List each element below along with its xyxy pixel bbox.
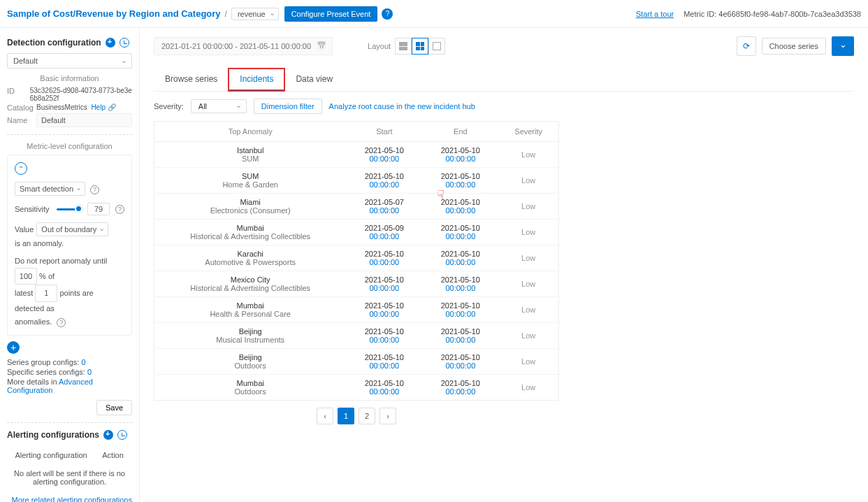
anomaly-cell: MumbaiHistorical & Advertising Collectib… <box>154 220 347 245</box>
table-row[interactable]: MumbaiHealth & Personal Care2021-05-1000… <box>154 297 559 323</box>
anomaly-threshold-text: Do not report anomaly until 100 % of lat… <box>15 254 124 328</box>
start-cell: 2021-05-1000:00:00 <box>346 349 422 375</box>
add-detection-config-icon[interactable] <box>106 38 115 48</box>
page-prev-button[interactable]: ‹ <box>317 408 333 424</box>
alert-col-config: Alerting configuration <box>8 447 94 464</box>
no-alert-message: No alert will be sent if there is no ale… <box>8 465 131 490</box>
detection-config-heading: Detection configuration <box>7 38 132 48</box>
table-row[interactable]: BeijingMusical Instruments2021-05-1000:0… <box>154 323 559 349</box>
table-row[interactable]: BeijingOutdoors2021-05-1000:00:002021-05… <box>154 349 559 375</box>
incidents-table: Top Anomaly Start End Severity IstanbulS… <box>154 121 559 401</box>
history-icon[interactable] <box>120 38 129 48</box>
table-row[interactable]: IstanbulSUM2021-05-1000:00:002021-05-100… <box>154 142 559 168</box>
severity-cell: Low <box>498 375 558 401</box>
series-options-button[interactable] <box>832 36 854 56</box>
severity-dropdown[interactable]: All <box>191 99 247 113</box>
configure-preset-button[interactable]: Configure Preset Event <box>284 6 378 22</box>
start-cell: 2021-05-1000:00:00 <box>346 142 422 168</box>
anomaly-cell: MumbaiOutdoors <box>154 375 347 401</box>
table-row[interactable]: MumbaiHistorical & Advertising Collectib… <box>154 220 559 245</box>
start-cell: 2021-05-1000:00:00 <box>346 245 422 271</box>
id-value: 53c32625-d908-4073-8773-be3e6b8a252f <box>30 87 132 102</box>
start-cell: 2021-05-1000:00:00 <box>346 271 422 297</box>
daterange-picker[interactable]: 2021-01-21 00:00:00 - 2021-05-11 00:00:0… <box>154 37 333 55</box>
value-mode-dropdown[interactable]: Out of boundary <box>36 222 108 236</box>
pagination: ‹ 1 2 › <box>154 408 559 424</box>
end-cell: 2021-05-1000:00:00 <box>422 271 498 297</box>
anomaly-cell: BeijingMusical Instruments <box>154 323 347 349</box>
table-row[interactable]: MumbaiOutdoors2021-05-1000:00:002021-05-… <box>154 375 559 401</box>
detection-mode-dropdown[interactable]: Smart detection <box>15 182 85 196</box>
metric-level-panel: ⌃ Smart detection ? Sensitivity 79 ? Val… <box>7 155 132 336</box>
metric-level-heading: Metric-level configuration <box>7 142 132 150</box>
page-2-button[interactable]: 2 <box>359 408 375 424</box>
sensitivity-value[interactable]: 79 <box>87 203 110 215</box>
specific-series-count[interactable]: 0 <box>87 368 92 376</box>
choose-series-button[interactable]: Choose series <box>762 38 826 55</box>
breadcrumb-sep: / <box>225 9 227 19</box>
save-button[interactable]: Save <box>96 400 132 415</box>
end-cell: 2021-05-1000:00:00 <box>422 323 498 349</box>
help-icon[interactable]: ? <box>57 318 66 327</box>
start-cell: 2021-05-0900:00:00 <box>346 220 422 245</box>
more-alerting-link[interactable]: More related alerting configurations <box>12 496 132 502</box>
measure-dropdown[interactable]: revenue <box>231 8 279 20</box>
history-icon[interactable] <box>117 430 127 440</box>
end-cell: 2021-05-1000:00:00 <box>422 297 498 323</box>
sensitivity-label: Sensitivity <box>15 205 50 213</box>
incident-filters: Severity: All Dimension filter Analyze r… <box>154 99 854 114</box>
layout-single-icon[interactable] <box>428 38 445 55</box>
dimension-filter-button[interactable]: Dimension filter <box>254 99 322 114</box>
severity-cell: Low <box>498 194 558 220</box>
end-cell: 2021-05-1000:00:00 <box>422 375 498 401</box>
anomaly-cell: IstanbulSUM <box>154 142 347 168</box>
table-row[interactable]: Mexico CityHistorical & Advertising Coll… <box>154 271 559 297</box>
percent-input[interactable]: 100 <box>15 268 37 285</box>
page-title[interactable]: Sample of Cost/Revenue by Region and Cat… <box>7 8 221 19</box>
collapse-icon[interactable]: ⌃ <box>15 162 27 175</box>
catalog-label: Catalog <box>7 103 36 112</box>
end-cell: 2021-05-1000:00:00 <box>422 194 498 220</box>
severity-cell: Low <box>498 142 558 168</box>
root-cause-link[interactable]: Analyze root cause in the new incident h… <box>329 102 475 110</box>
end-cell: 2021-05-1000:00:00 <box>422 349 498 375</box>
severity-label: Severity: <box>154 102 184 110</box>
col-start: Start <box>346 122 422 142</box>
start-cell: 2021-05-1000:00:00 <box>346 168 422 194</box>
end-cell: 2021-05-1000:00:00 <box>422 245 498 271</box>
sidebar: Detection configuration Default Basic in… <box>0 28 140 502</box>
tabs: Browse series Incidents Data view <box>154 69 854 92</box>
table-row[interactable]: SUMHome & Garden2021-05-1000:00:002021-0… <box>154 168 559 194</box>
table-row[interactable]: KarachiAutomotive & Powersports2021-05-1… <box>154 245 559 271</box>
alert-col-action: Action <box>95 447 131 464</box>
tab-browse-series[interactable]: Browse series <box>154 69 229 91</box>
help-icon[interactable]: ? <box>90 185 99 194</box>
help-icon[interactable]: ? <box>115 205 124 214</box>
start-tour-link[interactable]: Start a tour <box>636 10 674 18</box>
add-alert-icon[interactable] <box>103 430 113 440</box>
help-link[interactable]: Help <box>91 103 106 111</box>
col-top-anomaly: Top Anomaly <box>154 122 347 142</box>
severity-cell: Low <box>498 220 558 245</box>
start-cell: 2021-05-1000:00:00 <box>346 375 422 401</box>
tab-incidents[interactable]: Incidents <box>229 69 284 91</box>
layout-label: Layout <box>368 42 391 50</box>
series-group-count[interactable]: 0 <box>81 358 85 366</box>
severity-cell: Low <box>498 245 558 271</box>
config-name-dropdown[interactable]: Default <box>7 53 132 69</box>
layout-4grid-icon[interactable] <box>412 38 428 55</box>
col-severity: Severity <box>498 122 558 142</box>
tab-data-view[interactable]: Data view <box>284 69 344 91</box>
page-1-button[interactable]: 1 <box>338 408 354 424</box>
page-next-button[interactable]: › <box>379 408 396 424</box>
refresh-icon[interactable]: ⟳ <box>737 36 756 56</box>
layout-2col-icon[interactable] <box>395 38 412 55</box>
add-config-icon[interactable]: + <box>7 341 20 354</box>
end-cell: 2021-05-1000:00:00 <box>422 142 498 168</box>
name-input[interactable]: Default <box>36 113 132 127</box>
anomaly-cell: KarachiAutomotive & Powersports <box>154 245 347 271</box>
sensitivity-slider[interactable] <box>57 204 80 214</box>
points-input[interactable]: 1 <box>35 285 57 302</box>
help-icon[interactable]: ? <box>382 8 393 20</box>
table-row[interactable]: MiamiElectronics (Consumer)2021-05-0700:… <box>154 194 559 220</box>
